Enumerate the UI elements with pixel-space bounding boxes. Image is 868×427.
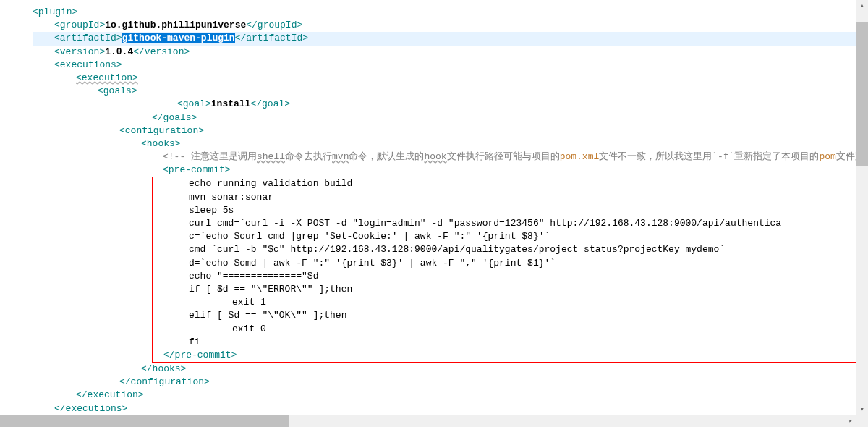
- vertical-scrollbar[interactable]: ▴ ▾: [856, 0, 868, 415]
- code-line: </goals>: [33, 111, 868, 124]
- scroll-down-arrow[interactable]: ▾: [856, 404, 868, 415]
- configuration-close: </configuration>: [119, 376, 210, 387]
- code-line-comment: <!-- 注意这里是调用shell命令去执行mvn命令，默认生成的hook文件执…: [33, 151, 868, 164]
- script-line: curl_cmd=`curl -i -X POST -d "login=admi…: [153, 217, 864, 230]
- code-editor: <plugin> <groupId>io.github.phillipunive…: [33, 6, 868, 415]
- script-line: if [ $d == "\"ERROR\"" ];then: [153, 283, 864, 296]
- goal-close: </goal>: [250, 98, 290, 109]
- script-l7: d=`echo $cmd | awk -F ":" '{print $3}' |…: [189, 258, 556, 269]
- horizontal-scroll-thumb[interactable]: [0, 415, 289, 421]
- script-line: elif [ $d == "\"OK\"" ];then: [153, 309, 864, 322]
- code-line: </executions>: [33, 402, 868, 415]
- execution-open: <execution>: [76, 72, 138, 83]
- groupid-value: io.github.phillipuniverse: [105, 20, 246, 30]
- script-line: c=`echo $curl_cmd |grep 'Set-Cookie:' | …: [153, 230, 864, 243]
- groupid-open: <groupId>: [54, 20, 105, 30]
- configuration-open: <configuration>: [119, 125, 204, 136]
- code-line: <executions>: [33, 59, 868, 72]
- plugin-tag: <plugin>: [33, 7, 77, 17]
- code-line: </execution>: [33, 389, 868, 402]
- comment-mvn: mvn: [332, 151, 349, 162]
- precommit-open: <pre-commit>: [163, 164, 231, 175]
- comment-start: <!--: [163, 151, 191, 162]
- goals-open: <goals>: [98, 85, 137, 96]
- comment-flag: -f: [718, 151, 729, 162]
- vertical-scroll-thumb[interactable]: [856, 22, 868, 166]
- script-line: fi: [153, 336, 864, 349]
- script-line: cmd=`curl -b "$c" http://192.168.43.128:…: [153, 243, 864, 256]
- code-line: <hooks>: [33, 138, 868, 151]
- script-line: exit 1: [153, 296, 864, 309]
- code-line: <goal>install</goal>: [33, 98, 868, 111]
- script-line: exit 0: [153, 323, 864, 336]
- artifactid-value: githook-maven-plugin: [122, 33, 235, 43]
- comment-pom2: pom: [820, 151, 836, 162]
- horizontal-scrollbar[interactable]: ▸: [0, 415, 868, 421]
- code-line: <configuration>: [33, 124, 868, 138]
- comment-t6: `重新指定了本项目的: [729, 151, 820, 162]
- code-line: </hooks>: [33, 363, 868, 376]
- script-l4: curl_cmd=`curl -i -X POST -d "login=admi…: [189, 218, 781, 229]
- groupid-close: </groupId>: [246, 20, 302, 30]
- scroll-up-arrow[interactable]: ▴: [856, 0, 868, 12]
- comment-t5: 文件不一致，所以我这里用`: [599, 151, 718, 162]
- version-open: <version>: [54, 46, 105, 57]
- scroll-right-arrow[interactable]: ▸: [845, 415, 856, 421]
- code-line: </pre-commit>: [153, 349, 864, 362]
- executions-open: <executions>: [54, 59, 122, 70]
- execution-close: </execution>: [76, 389, 144, 400]
- script-l5: c=`echo $curl_cmd |grep 'Set-Cookie:' | …: [189, 231, 550, 242]
- code-line: <execution>: [33, 72, 868, 85]
- artifactid-open: <artifactId>: [54, 33, 122, 43]
- highlighted-script-box: echo running validation build mvn sonar:…: [152, 177, 868, 363]
- script-line: d=`echo $cmd | awk -F ":" '{print $3}' |…: [153, 257, 864, 270]
- comment-t1: 注意这里是调用: [191, 151, 257, 162]
- comment-hook: hook: [424, 151, 446, 162]
- script-l12: exit 0: [232, 324, 266, 334]
- script-l13: fi: [189, 337, 200, 347]
- goal-open: <goal>: [177, 98, 211, 109]
- comment-shell: shell: [257, 151, 285, 162]
- script-l1: echo running validation build: [189, 178, 352, 189]
- code-line: <version>1.0.4</version>: [33, 46, 868, 59]
- script-l8: echo "=============="$d: [189, 271, 318, 282]
- script-line: echo running validation build: [153, 177, 864, 190]
- code-line-selected: <artifactId>githook-maven-plugin</artifa…: [33, 32, 868, 45]
- script-l3: sleep 5s: [189, 205, 234, 216]
- executions-close: </executions>: [54, 403, 127, 414]
- precommit-close: </pre-commit>: [163, 350, 237, 360]
- hooks-open: <hooks>: [141, 138, 181, 149]
- goals-close: </goals>: [152, 112, 197, 123]
- version-close: </version>: [133, 46, 190, 57]
- comment-pom1: pom.xml: [560, 151, 600, 162]
- script-l6: cmd=`curl -b "$c" http://192.168.43.128:…: [189, 244, 725, 255]
- script-line: echo "=============="$d: [153, 270, 864, 283]
- comment-t3: 命令，默认生成的: [349, 151, 424, 162]
- script-line: mvn sonar:sonar: [153, 191, 864, 204]
- code-line: <groupId>io.github.phillipuniverse</grou…: [33, 19, 868, 32]
- code-line: <plugin>: [33, 6, 868, 19]
- script-line: sleep 5s: [153, 204, 864, 217]
- script-l11: elif [ $d == "\"OK\"" ];then: [189, 310, 346, 321]
- comment-t2: 命令去执行: [285, 151, 332, 162]
- code-line: <goals>: [33, 85, 868, 98]
- code-line: <pre-commit>: [33, 164, 868, 177]
- script-l2: mvn sonar:sonar: [189, 192, 273, 203]
- goal-value: install: [211, 98, 251, 109]
- artifactid-close: </artifactId>: [235, 33, 308, 43]
- hooks-close: </hooks>: [141, 363, 186, 374]
- script-l10: exit 1: [232, 297, 266, 308]
- comment-t4: 文件执行路径可能与项目的: [447, 151, 560, 162]
- script-l9: if [ $d == "\"ERROR\"" ];then: [189, 284, 352, 295]
- version-value: 1.0.4: [105, 46, 133, 57]
- code-line: </configuration>: [33, 376, 868, 389]
